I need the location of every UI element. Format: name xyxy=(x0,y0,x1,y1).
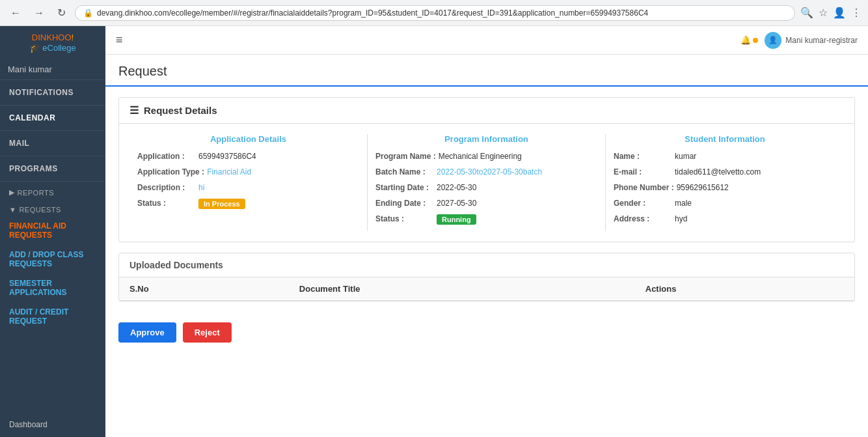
avatar-img: 👤 xyxy=(768,36,778,44)
hamburger-button[interactable]: ≡ xyxy=(116,33,123,47)
student-info-title: Student Information xyxy=(614,134,836,144)
app-type-label: Application Type : xyxy=(137,167,204,176)
sidebar-item-audit[interactable]: AUDIT / CREDIT REQUEST xyxy=(0,302,105,331)
student-address-label: Address : xyxy=(614,214,672,223)
application-details-title: Application Details xyxy=(137,134,359,144)
app-desc-label: Description : xyxy=(137,183,196,192)
batch-name-value: 2022-05-30to2027-05-30batch xyxy=(437,167,542,176)
app-status-label: Status : xyxy=(137,199,196,208)
sidebar-item-notifications[interactable]: NOTIFICATIONS xyxy=(0,80,105,106)
application-details-col: Application Details Application : 659949… xyxy=(129,134,368,231)
reports-label: REPORTS xyxy=(18,189,54,197)
start-date-value: 2022-05-30 xyxy=(437,183,476,192)
forward-button[interactable]: → xyxy=(30,6,48,20)
batch-name-label: Batch Name : xyxy=(375,167,434,176)
page-title: Request xyxy=(105,55,868,87)
app-status-badge: In Process xyxy=(198,199,245,209)
sidebar-item-financial-aid[interactable]: FINANCIAL AID REQUESTS xyxy=(0,216,105,245)
student-address-value: hyd xyxy=(675,214,687,223)
app-desc-row: Description : hi xyxy=(137,183,359,192)
program-name-row: Program Name : Mechanical Engineering xyxy=(375,152,597,161)
student-email-label: E-mail : xyxy=(614,167,672,176)
user-label: Mani kumar-registrar xyxy=(785,36,858,45)
col-sno: S.No xyxy=(119,277,289,301)
col-doc-title: Document Title xyxy=(289,277,635,301)
student-info-col: Student Information Name : kumar E-mail … xyxy=(606,134,844,231)
reject-button[interactable]: Reject xyxy=(183,322,232,343)
app-number-label: Application : xyxy=(137,152,196,161)
student-gender-row: Gender : male xyxy=(614,199,836,208)
browser-icons: 🔍 ☆ 👤 ⋮ xyxy=(800,7,861,19)
profile-icon[interactable]: 👤 xyxy=(833,7,846,19)
approve-button[interactable]: Approve xyxy=(118,322,176,343)
sidebar-item-add-drop[interactable]: ADD / DROP CLASS REQUESTS xyxy=(0,245,105,274)
sidebar-item-calendar[interactable]: CALENDAR xyxy=(0,106,105,131)
browser-bar: ← → ↻ 🔒 devang.dinkhoo.com/ecollege/memb… xyxy=(0,0,868,26)
card-header-title: Request Details xyxy=(144,105,217,116)
sidebar-section-requests[interactable]: ▼ REQUESTS xyxy=(0,199,105,216)
end-date-row: Ending Date : 2027-05-30 xyxy=(375,199,597,208)
program-name-label: Program Name : xyxy=(375,152,436,161)
logo-exclaim: ! xyxy=(72,33,74,42)
details-grid: Application Details Application : 659949… xyxy=(119,124,854,242)
reload-button[interactable]: ↻ xyxy=(53,5,70,20)
bookmark-icon[interactable]: ☆ xyxy=(819,7,828,19)
url-text: devang.dinkhoo.com/ecollege/member/#/reg… xyxy=(97,8,648,18)
student-phone-row: Phone Number : 959629615612 xyxy=(614,183,836,192)
end-date-label: Ending Date : xyxy=(375,199,434,208)
app-status-row: Status : In Process xyxy=(137,199,359,209)
logo-sub-text: eCollege xyxy=(42,43,75,53)
program-status-label: Status : xyxy=(375,214,434,223)
app-number-value: 65994937586C4 xyxy=(198,152,256,161)
student-address-row: Address : hyd xyxy=(614,214,836,223)
app-type-value: Financial Aid xyxy=(207,167,251,176)
student-gender-label: Gender : xyxy=(614,199,672,208)
search-icon[interactable]: 🔍 xyxy=(800,7,813,19)
program-info-title: Program Information xyxy=(375,134,597,144)
top-bar: ≡ 🔔 👤 Mani kumar-registrar xyxy=(105,26,868,55)
card-header: ☰ Request Details xyxy=(119,98,854,124)
uploaded-docs-title: Uploaded Documents xyxy=(119,253,854,277)
sidebar-user-name: Mani kumar xyxy=(0,59,105,80)
sidebar-section-reports[interactable]: ▶ REPORTS xyxy=(0,182,105,199)
logo-sub: 🎓 eCollege xyxy=(7,42,99,53)
program-status-row: Status : Running xyxy=(375,214,597,225)
program-name-value: Mechanical Engineering xyxy=(439,152,522,161)
user-avatar-area[interactable]: 👤 Mani kumar-registrar xyxy=(765,32,858,49)
avatar: 👤 xyxy=(765,32,781,49)
menu-icon[interactable]: ⋮ xyxy=(851,7,861,19)
grad-icon: 🎓 xyxy=(29,42,40,53)
main-content: Request ☰ Request Details Application De… xyxy=(105,55,868,437)
logo: DINKHOO! xyxy=(7,33,99,42)
start-date-row: Starting Date : 2022-05-30 xyxy=(375,183,597,192)
col-actions: Actions xyxy=(635,277,854,301)
url-bar[interactable]: 🔒 devang.dinkhoo.com/ecollege/member/#/r… xyxy=(75,5,795,21)
student-name-row: Name : kumar xyxy=(614,152,836,161)
program-status-badge: Running xyxy=(437,214,476,225)
documents-table: S.No Document Title Actions xyxy=(119,277,854,301)
notification-dot xyxy=(753,38,758,43)
logo-area: DINKHOO! 🎓 eCollege xyxy=(0,26,105,59)
student-phone-value: 959629615612 xyxy=(677,183,729,192)
app-number-row: Application : 65994937586C4 xyxy=(137,152,359,161)
student-name-label: Name : xyxy=(614,152,672,161)
uploaded-docs-card: Uploaded Documents S.No Document Title A… xyxy=(118,253,855,302)
sidebar-item-programs[interactable]: PROGRAMS xyxy=(0,156,105,182)
app-desc-value: hi xyxy=(198,183,204,192)
student-email-row: E-mail : tidaled611@telvetto.com xyxy=(614,167,836,176)
action-area: Approve Reject xyxy=(105,312,868,353)
batch-name-row: Batch Name : 2022-05-30to2027-05-30batch xyxy=(375,167,597,176)
bell-icon: 🔔 xyxy=(740,35,751,45)
logo-din: DIN xyxy=(32,33,46,42)
sidebar-item-mail[interactable]: MAIL xyxy=(0,131,105,156)
sidebar-item-semester[interactable]: SEMESTER APPLICATIONS xyxy=(0,274,105,302)
student-email-value: tidaled611@telvetto.com xyxy=(675,167,761,176)
notification-button[interactable]: 🔔 xyxy=(740,35,759,45)
sidebar-bottom-dashboard[interactable]: Dashboard xyxy=(0,412,105,437)
back-button[interactable]: ← xyxy=(7,6,25,20)
student-gender-value: male xyxy=(675,199,692,208)
request-details-card: ☰ Request Details Application Details Ap… xyxy=(118,97,855,242)
start-date-label: Starting Date : xyxy=(375,183,434,192)
student-phone-label: Phone Number : xyxy=(614,183,674,192)
requests-label: REQUESTS xyxy=(19,206,61,214)
